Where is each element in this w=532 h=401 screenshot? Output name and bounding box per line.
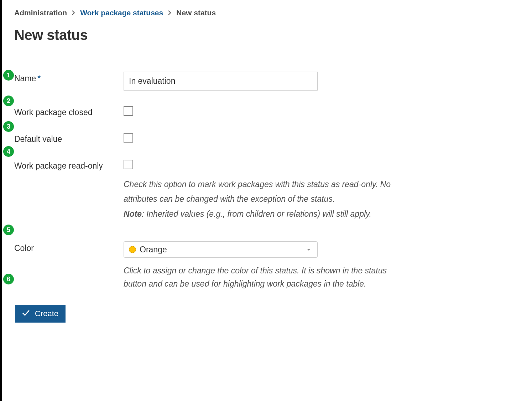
breadcrumb-root[interactable]: Administration — [14, 9, 67, 17]
closed-label: Work package closed — [14, 106, 124, 117]
name-label: Name* — [14, 72, 124, 83]
annotation-badge-6: 6 — [3, 274, 14, 284]
note-label: Note — [124, 209, 142, 219]
breadcrumb-link[interactable]: Work package statuses — [80, 9, 163, 17]
breadcrumb-current: New status — [176, 9, 216, 17]
annotation-badge-4: 4 — [3, 146, 14, 157]
readonly-help-text: Check this option to mark work packages … — [124, 177, 405, 221]
color-select[interactable]: Orange — [124, 241, 318, 258]
chevron-right-icon — [72, 10, 75, 15]
default-checkbox[interactable] — [124, 133, 133, 143]
annotation-badge-2: 2 — [3, 96, 14, 106]
create-button[interactable]: Create — [15, 305, 66, 323]
closed-checkbox[interactable] — [124, 106, 133, 116]
chevron-right-icon — [168, 10, 171, 15]
create-button-label: Create — [35, 309, 58, 318]
readonly-label: Work package read-only — [14, 159, 124, 171]
chevron-down-icon — [307, 246, 311, 253]
color-label: Color — [14, 241, 124, 253]
breadcrumb: Administration Work package statuses New… — [14, 9, 521, 17]
color-swatch-icon — [129, 246, 136, 253]
check-icon — [22, 309, 30, 318]
readonly-checkbox[interactable] — [124, 160, 133, 169]
default-label: Default value — [14, 132, 124, 144]
left-edge-bar — [0, 0, 2, 401]
annotation-badge-3: 3 — [3, 121, 14, 132]
color-help-text: Click to assign or change the color of t… — [124, 264, 405, 291]
color-value: Orange — [140, 245, 167, 255]
required-asterisk: * — [37, 74, 41, 83]
annotation-badge-1: 1 — [3, 70, 14, 81]
page-title: New status — [14, 27, 521, 43]
annotation-badge-5: 5 — [3, 225, 14, 235]
name-input[interactable] — [124, 72, 318, 91]
